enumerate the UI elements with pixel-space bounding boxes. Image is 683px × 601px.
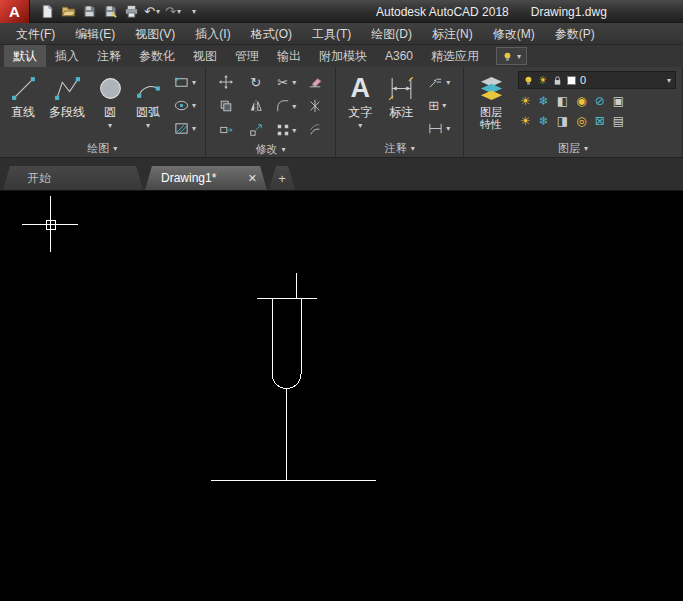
ribbon-tab-addins[interactable]: 附加模块 [310,45,376,67]
line-button[interactable]: 直线 [4,70,42,140]
layer-tool-icon[interactable]: ☀ [520,93,531,109]
table-button[interactable]: ⊞ ▾ [428,96,450,115]
chevron-down-icon[interactable]: ▾ [192,101,196,110]
menu-insert[interactable]: 插入(I) [185,23,240,45]
save-as-button[interactable] [100,2,120,21]
rectangle-button[interactable]: ▾ [174,73,196,92]
ribbon-tab-manage[interactable]: 管理 [226,45,268,67]
layer-dropdown[interactable]: ☀ 0 ▾ [518,71,676,89]
layer-properties-button[interactable]: 图层特性 [468,70,514,140]
ellipse-button[interactable]: ▾ [174,96,196,115]
layer-tool-icon[interactable]: ❄ [539,93,549,109]
layer-tool-icon[interactable]: ◨ [557,113,568,129]
chevron-down-icon[interactable]: ▾ [192,124,196,133]
move-button[interactable] [218,74,235,91]
qat-customize-button[interactable]: ▾ [184,2,204,21]
dimension-button[interactable]: 标注 [380,70,422,140]
redo-dropdown-icon[interactable]: ▾ [177,7,181,16]
menu-modify[interactable]: 修改(M) [483,23,545,45]
explode-button[interactable] [306,98,323,115]
tab-drawing1[interactable]: Drawing1* ✕ [145,166,267,190]
panel-title-draw[interactable]: 绘图 ▾ [0,140,205,157]
hatch-button[interactable]: ▾ [174,119,196,138]
drawing-area[interactable] [0,191,683,601]
copy-button[interactable] [218,98,235,115]
chevron-down-icon[interactable]: ▾ [146,121,150,130]
chevron-down-icon[interactable]: ▾ [292,102,296,111]
chevron-down-icon[interactable]: ▾ [108,121,112,130]
new-file-button[interactable] [37,2,57,21]
plot-button[interactable] [121,2,141,21]
chevron-down-icon[interactable]: ▾ [292,126,296,135]
new-drawing-tab-button[interactable]: + [269,166,295,190]
close-icon[interactable]: ✕ [248,172,257,185]
undo-button[interactable]: ↶ ▾ [142,2,162,21]
ribbon-tab-a360[interactable]: A360 [376,45,422,67]
layer-tool-icon[interactable]: ▤ [613,113,624,129]
mirror-button[interactable] [247,98,264,115]
ribbon-options-button[interactable]: ▾ [496,47,527,65]
redo-button[interactable]: ↷ ▾ [163,2,183,21]
fillet-button[interactable]: ▾ [274,98,296,115]
offset-button[interactable] [306,122,323,139]
explode-icon [306,98,323,115]
chevron-down-icon[interactable]: ▾ [192,78,196,87]
rotate-button[interactable]: ↻ [247,74,264,91]
chevron-down-icon[interactable]: ▾ [442,101,446,110]
panel-title-modify[interactable]: 修改 ▾ [206,142,336,157]
menu-tools[interactable]: 工具(T) [302,23,361,45]
plus-icon: + [278,171,286,186]
chevron-down-icon[interactable]: ▾ [292,78,296,87]
layer-tool-icon[interactable]: ◎ [576,113,586,129]
panel-title-annotation[interactable]: 注释 ▾ [336,140,463,157]
scale-button[interactable] [247,122,264,139]
menu-draw[interactable]: 绘图(D) [361,23,422,45]
autocad-logo-button[interactable]: A [0,0,30,23]
text-button[interactable]: A 文字 ▾ [340,70,380,140]
lightbulb-icon[interactable] [523,75,534,86]
layer-tool-icon[interactable]: ☀ [520,113,531,129]
ribbon-tab-parametric[interactable]: 参数化 [130,45,184,67]
ribbon-tab-view[interactable]: 视图 [184,45,226,67]
menu-view[interactable]: 视图(V) [125,23,185,45]
save-button[interactable] [79,2,99,21]
layer-tool-icon[interactable]: ◧ [557,93,568,109]
undo-dropdown-icon[interactable]: ▾ [156,7,160,16]
erase-button[interactable] [306,74,323,91]
panel-title-layers[interactable]: 图层 ▾ [464,140,682,157]
layer-tool-icon[interactable]: ▣ [613,93,624,109]
stretch-button[interactable] [218,122,235,139]
tab-start[interactable]: 开始 [3,166,143,190]
ribbon-tab-output[interactable]: 输出 [268,45,310,67]
ribbon-tab-annotate[interactable]: 注释 [88,45,130,67]
chevron-down-icon[interactable]: ▾ [446,124,450,133]
menu-parametric[interactable]: 参数(P) [545,23,605,45]
drawing-svg[interactable] [0,191,683,601]
trim-button[interactable]: ✂▾ [274,74,296,91]
layer-color-swatch[interactable] [567,76,576,85]
layer-tool-icon[interactable]: ⊠ [595,113,605,129]
chevron-down-icon[interactable]: ▾ [667,76,671,85]
layer-tool-icon[interactable]: ◉ [576,93,586,109]
sun-freeze-icon[interactable]: ☀ [538,74,548,87]
array-button[interactable]: ▾ [274,122,296,139]
layer-tool-icon[interactable]: ⊘ [595,93,605,109]
menu-format[interactable]: 格式(O) [241,23,302,45]
menu-file[interactable]: 文件(F) [6,23,65,45]
arc-button[interactable]: 圆弧 ▾ [128,70,168,140]
menu-dimension[interactable]: 标注(N) [422,23,483,45]
ribbon-tab-home[interactable]: 默认 [4,45,46,67]
linear-dim-button[interactable]: ▾ [428,119,450,138]
polyline-button[interactable]: 多段线 [42,70,92,140]
ribbon-tab-featured-apps[interactable]: 精选应用 [422,45,488,67]
ribbon-tab-insert[interactable]: 插入 [46,45,88,67]
open-file-button[interactable] [58,2,78,21]
circle-button[interactable]: 圆 ▾ [92,70,128,140]
chevron-down-icon[interactable]: ▾ [446,78,450,87]
lock-icon[interactable] [552,75,563,86]
chevron-down-icon[interactable]: ▾ [358,121,362,130]
undo-icon: ↶ [144,4,155,19]
leader-button[interactable]: ▾ [428,73,450,92]
menu-edit[interactable]: 编辑(E) [65,23,125,45]
layer-tool-icon[interactable]: ❄ [539,113,549,129]
